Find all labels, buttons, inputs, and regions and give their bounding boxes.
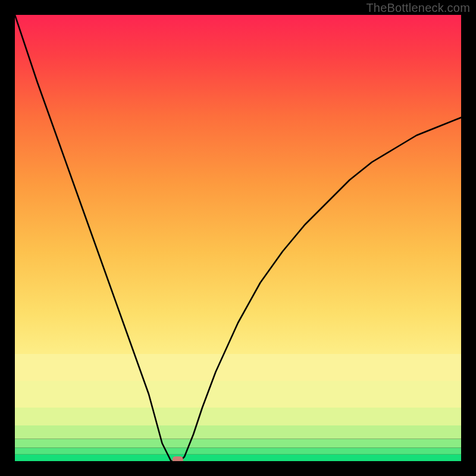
background-bands bbox=[15, 15, 461, 461]
chart-frame: TheBottleneck.com bbox=[0, 0, 476, 476]
svg-rect-6 bbox=[15, 354, 461, 381]
svg-rect-7 bbox=[15, 15, 461, 354]
minimum-marker bbox=[173, 456, 183, 461]
svg-rect-4 bbox=[15, 408, 461, 425]
svg-rect-1 bbox=[15, 448, 461, 455]
plot-area bbox=[15, 15, 461, 461]
svg-rect-0 bbox=[15, 455, 461, 461]
svg-rect-2 bbox=[15, 439, 461, 448]
chart-svg bbox=[15, 15, 461, 461]
svg-rect-5 bbox=[15, 381, 461, 408]
attribution-text: TheBottleneck.com bbox=[366, 1, 470, 15]
svg-rect-3 bbox=[15, 425, 461, 439]
